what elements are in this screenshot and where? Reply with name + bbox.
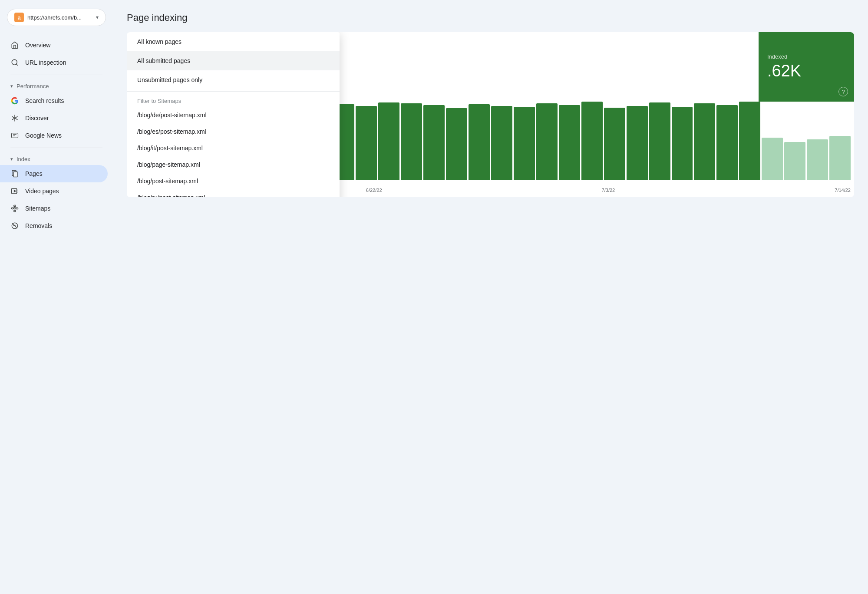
sitemaps-icon <box>10 204 19 213</box>
page-title: Page indexing <box>127 12 854 23</box>
url-bar-text: https://ahrefs.com/b... <box>27 14 92 21</box>
bar <box>469 104 490 180</box>
news-icon <box>10 131 19 140</box>
ahrefs-logo: a <box>14 13 24 22</box>
bar <box>829 136 851 180</box>
sidebar: a https://ahrefs.com/b... ▾ Overview URL… <box>0 0 113 594</box>
removals-icon <box>10 221 19 230</box>
indexed-label: Indexed <box>767 53 845 60</box>
bar <box>694 103 715 180</box>
url-bar[interactable]: a https://ahrefs.com/b... ▾ <box>7 9 106 26</box>
sidebar-item-removals[interactable]: Removals <box>0 217 108 234</box>
sidebar-item-label: Overview <box>25 42 50 49</box>
bar <box>739 102 760 180</box>
bar <box>672 107 693 180</box>
bar <box>536 103 558 180</box>
indexed-card: Indexed .62K ? <box>759 32 854 102</box>
bar <box>378 102 399 180</box>
bar <box>627 106 648 180</box>
svg-line-19 <box>12 223 17 228</box>
chevron-down-icon: ▾ <box>96 14 99 20</box>
sidebar-item-url-inspection[interactable]: URL inspection <box>0 54 108 71</box>
sidebar-item-overview[interactable]: Overview <box>0 36 108 54</box>
bar <box>491 106 512 180</box>
bar <box>514 107 535 180</box>
nav-divider <box>10 75 102 75</box>
dropdown-item-unsubmitted[interactable]: Unsubmitted pages only <box>127 70 340 89</box>
bar <box>356 106 377 180</box>
sidebar-item-video-pages[interactable]: Video pages <box>0 182 108 200</box>
bar <box>762 138 783 180</box>
sidebar-item-label: Pages <box>25 170 43 177</box>
asterisk-icon <box>10 114 19 122</box>
sidebar-item-label: Sitemaps <box>25 205 50 212</box>
dropdown-sitemap-page[interactable]: /blog/page-sitemap.xml <box>127 156 340 173</box>
dropdown-item-all-known[interactable]: All known pages <box>127 32 340 51</box>
sidebar-item-search-results[interactable]: Search results <box>0 92 108 109</box>
svg-rect-15 <box>14 211 16 212</box>
svg-line-1 <box>16 64 17 65</box>
sidebar-item-label: Google News <box>25 132 62 139</box>
x-label-4: 7/14/22 <box>835 188 851 193</box>
video-icon <box>10 187 19 195</box>
bar <box>649 102 670 180</box>
section-label: Performance <box>17 83 49 89</box>
sidebar-item-label: Search results <box>25 97 64 104</box>
x-label-2: 6/22/22 <box>366 188 382 193</box>
home-icon <box>10 41 19 50</box>
dropdown-sitemap-ru[interactable]: /blog/ru/post-sitemap.xml <box>127 189 340 197</box>
svg-rect-11 <box>14 205 16 207</box>
bar <box>604 108 625 180</box>
bar <box>401 103 422 180</box>
dropdown-section-label: Filter to Sitemaps <box>127 93 340 107</box>
pages-icon <box>10 169 19 178</box>
svg-rect-2 <box>12 133 18 138</box>
bar <box>784 142 805 180</box>
google-icon <box>10 96 19 105</box>
sidebar-item-discover[interactable]: Discover <box>0 109 108 127</box>
indexed-value: .62K <box>767 62 845 80</box>
sidebar-item-sitemaps[interactable]: Sitemaps <box>0 200 108 217</box>
chart-area: Indexed .62K ? All known pages All submi… <box>127 32 854 197</box>
bar <box>807 139 828 180</box>
svg-point-0 <box>12 59 17 65</box>
sidebar-item-label: Video pages <box>25 188 59 195</box>
dropdown-divider <box>127 91 340 92</box>
x-label-3: 7/3/22 <box>602 188 615 193</box>
dropdown-sitemap-de[interactable]: /blog/de/post-sitemap.xml <box>127 107 340 123</box>
dropdown-sitemap-post[interactable]: /blog/post-sitemap.xml <box>127 173 340 189</box>
chevron-icon: ▾ <box>10 156 13 162</box>
nav-divider <box>10 148 102 148</box>
section-header-performance[interactable]: ▾ Performance <box>0 79 113 92</box>
dropdown-item-all-submitted[interactable]: All submitted pages <box>127 51 340 70</box>
section-label: Index <box>17 156 30 162</box>
sidebar-item-pages[interactable]: Pages <box>0 165 108 182</box>
svg-rect-6 <box>13 172 17 177</box>
dropdown-menu: All known pages All submitted pages Unsu… <box>127 32 340 197</box>
search-icon <box>10 58 19 67</box>
section-header-index[interactable]: ▾ Index <box>0 152 113 165</box>
bar <box>581 102 603 180</box>
bar <box>423 105 445 180</box>
chevron-icon: ▾ <box>10 83 13 89</box>
dropdown-sitemap-es[interactable]: /blog/es/post-sitemap.xml <box>127 123 340 140</box>
help-icon[interactable]: ? <box>838 87 848 96</box>
sidebar-item-label: Discover <box>25 115 49 122</box>
dropdown-sitemap-it[interactable]: /blog/it/post-sitemap.xml <box>127 140 340 156</box>
sidebar-item-label: URL inspection <box>25 59 66 66</box>
sidebar-item-google-news[interactable]: Google News <box>0 127 108 144</box>
sidebar-item-label: Removals <box>25 222 52 229</box>
bar <box>446 108 467 180</box>
main-content: Page indexing Indexed .62K ? All known p… <box>113 0 868 594</box>
svg-marker-8 <box>14 190 16 192</box>
bar <box>559 105 580 180</box>
bar <box>716 105 738 180</box>
